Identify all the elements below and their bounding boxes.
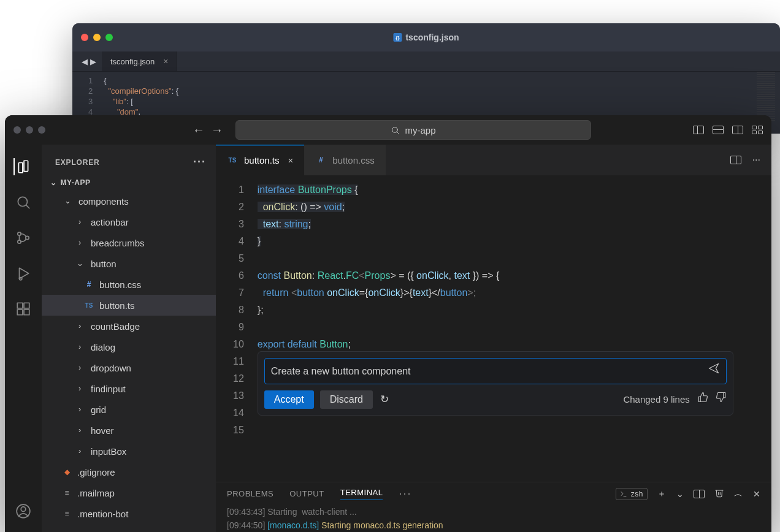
close-tab-icon[interactable]: ×	[163, 56, 168, 66]
code-content[interactable]: interface ButtonProps { onClick: () => v…	[258, 181, 500, 439]
nav-fwd-icon[interactable]: ▶	[90, 57, 97, 66]
terminal-split-chevron-icon[interactable]: ⌄	[676, 489, 684, 499]
editor-tab-row: TSbutton.ts×#button.css ···	[216, 145, 771, 175]
file-tree[interactable]: ⌄components›actionbar›breadcrumbs⌄button…	[42, 191, 216, 532]
tree-folder[interactable]: ›actionbar	[42, 211, 216, 232]
kill-terminal-icon[interactable]	[714, 488, 724, 500]
inline-chat-input[interactable]	[271, 366, 708, 377]
thumbs-up-icon[interactable]	[697, 391, 708, 408]
zoom-icon[interactable]	[38, 126, 45, 134]
source-control-icon[interactable]	[15, 229, 32, 246]
svg-rect-11	[24, 310, 29, 315]
explorer-more-icon[interactable]: ···	[193, 156, 206, 169]
minimize-icon[interactable]	[93, 34, 101, 41]
tree-file[interactable]: ≡.mention-bot	[42, 503, 216, 524]
terminal-shell-picker[interactable]: zsh	[616, 488, 648, 500]
layout-customize-icon[interactable]	[752, 126, 763, 134]
ts-file-icon: TS	[83, 302, 94, 309]
tree-folder[interactable]: ›dropdown	[42, 357, 216, 378]
maximize-panel-icon[interactable]: ︿	[734, 488, 743, 500]
close-icon[interactable]	[13, 126, 21, 134]
nav-history[interactable]: ← →	[193, 123, 223, 137]
back-nav[interactable]: ◀▶	[78, 51, 102, 71]
root-folder[interactable]: ⌄ MY-APP	[42, 176, 216, 191]
explorer-title: EXPLORER	[55, 158, 99, 167]
terminal-output[interactable]: [09:43:43] Starting watch-client ... [09…	[216, 504, 771, 532]
panel-tab-terminal[interactable]: TERMINAL	[340, 488, 383, 500]
tree-folder[interactable]: ›grid	[42, 399, 216, 420]
send-icon[interactable]	[708, 362, 720, 380]
rerun-icon[interactable]: ↻	[380, 391, 389, 408]
editor-more-icon[interactable]: ···	[752, 154, 760, 165]
close-icon[interactable]	[81, 34, 88, 41]
nav-back-icon[interactable]: ◀	[81, 57, 88, 66]
editor-tab-label: button.ts	[244, 155, 280, 165]
editor-tab[interactable]: #button.css	[304, 145, 385, 175]
tree-folder[interactable]: ›breadcrumbs	[42, 232, 216, 253]
tree-folder[interactable]: ›inputBox	[42, 441, 216, 462]
back-tab-label: tsconfig.json	[110, 57, 155, 66]
tree-file[interactable]: TSbutton.ts	[42, 295, 216, 316]
css-file-icon: #	[315, 156, 326, 164]
nav-back-icon[interactable]: ←	[193, 123, 205, 137]
svg-point-13	[21, 507, 26, 512]
tree-folder[interactable]: ›findinput	[42, 378, 216, 399]
minimap[interactable]	[757, 72, 775, 121]
editor-group: TSbutton.ts×#button.css ··· 123456789101…	[216, 145, 771, 532]
discard-button[interactable]: Discard	[320, 390, 373, 409]
svg-point-2	[18, 197, 27, 206]
front-traffic-lights[interactable]	[13, 126, 45, 134]
close-tab-icon[interactable]: ×	[288, 155, 294, 165]
editor-tab-label: button.css	[332, 155, 374, 165]
back-tab[interactable]: tsconfig.json ×	[102, 51, 177, 71]
tree-folder[interactable]: ⌄button	[42, 253, 216, 274]
accounts-icon[interactable]	[15, 503, 32, 520]
window-title-text: tsconfig.json	[405, 32, 459, 42]
search-activity-icon[interactable]	[15, 194, 32, 211]
txt-file-icon: ≡	[61, 488, 72, 497]
back-tab-row: ◀▶ tsconfig.json ×	[72, 51, 780, 72]
run-debug-icon[interactable]	[15, 265, 32, 282]
thumbs-down-icon[interactable]	[716, 391, 727, 408]
tree-file[interactable]: #button.css	[42, 274, 216, 295]
panel-more-icon[interactable]: ···	[399, 487, 411, 500]
editor-tab[interactable]: TSbutton.ts×	[216, 145, 304, 175]
new-terminal-icon[interactable]: ＋	[657, 488, 667, 500]
close-panel-icon[interactable]: ✕	[753, 489, 761, 499]
split-editor-icon[interactable]	[730, 156, 741, 164]
search-icon	[391, 126, 400, 135]
layout-sidebar-right-icon[interactable]	[732, 126, 743, 134]
nav-fwd-icon[interactable]: →	[211, 123, 223, 137]
extensions-icon[interactable]	[15, 300, 32, 317]
traffic-lights[interactable]	[81, 34, 113, 41]
tree-file[interactable]: ≡.mailmap	[42, 482, 216, 503]
tree-item-label: breadcrumbs	[91, 238, 145, 248]
panel-tab-output[interactable]: OUTPUT	[289, 489, 324, 498]
layout-panel-icon[interactable]	[713, 126, 724, 134]
tree-file[interactable]: ◆.gitignore	[42, 462, 216, 482]
bottom-panel: PROBLEMS OUTPUT TERMINAL ··· zsh ＋ ⌄ ︿	[216, 482, 771, 532]
tree-folder[interactable]: ›hover	[42, 420, 216, 441]
panel-tab-problems[interactable]: PROBLEMS	[227, 489, 273, 498]
tree-folder[interactable]: ⌄components	[42, 191, 216, 211]
front-titlebar: ← → my-app	[5, 115, 771, 145]
zoom-icon[interactable]	[105, 34, 113, 41]
inline-chat-status: Changed 9 lines	[623, 391, 689, 408]
code-editor[interactable]: 123456789101112131415 interface ButtonPr…	[216, 175, 771, 439]
tree-item-label: button	[91, 259, 117, 269]
inline-chat-panel: Accept Discard ↻ Changed 9 lines	[258, 351, 733, 416]
split-terminal-icon[interactable]	[694, 490, 705, 498]
accept-button[interactable]: Accept	[264, 390, 314, 409]
inline-chat-input-wrap[interactable]	[264, 358, 727, 384]
layout-sidebar-left-icon[interactable]	[693, 126, 704, 134]
layout-controls[interactable]	[693, 126, 763, 134]
tree-folder[interactable]: ›dialog	[42, 336, 216, 357]
chevron-right-icon: ›	[74, 218, 85, 226]
tree-item-label: hover	[91, 425, 114, 436]
chevron-down-icon: ⌄	[74, 259, 85, 268]
command-center[interactable]: my-app	[235, 120, 591, 140]
explorer-icon[interactable]	[13, 158, 32, 175]
tree-folder[interactable]: ›countBadge	[42, 316, 216, 336]
chevron-right-icon: ›	[74, 447, 85, 455]
minimize-icon[interactable]	[26, 126, 33, 134]
